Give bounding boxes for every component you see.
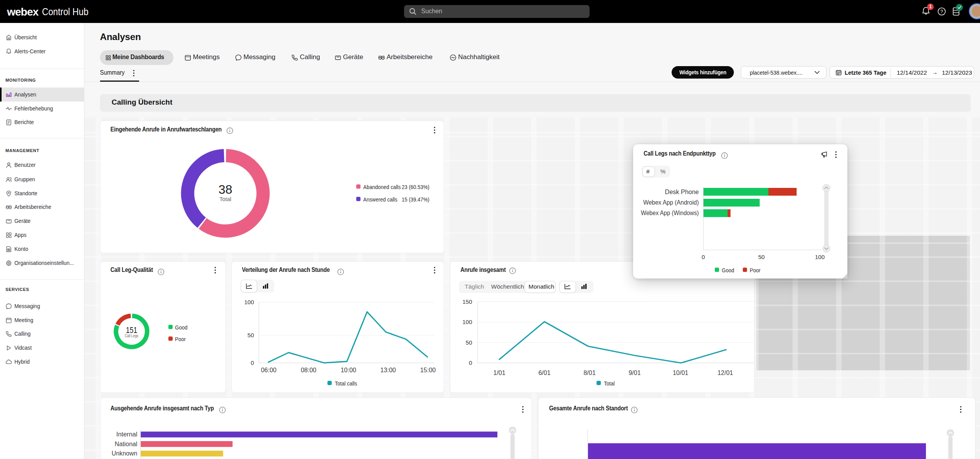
svg-text:50: 50 xyxy=(247,332,254,338)
svg-text:12/01: 12/01 xyxy=(718,370,733,376)
svg-text:100: 100 xyxy=(815,254,824,260)
svg-text:8/01: 8/01 xyxy=(583,370,595,376)
svg-text:15:00: 15:00 xyxy=(420,367,436,373)
svg-text:National: National xyxy=(115,441,137,447)
svg-text:Call Legs: Call Legs xyxy=(125,334,138,338)
svg-text:0: 0 xyxy=(251,359,254,366)
svg-text:0: 0 xyxy=(702,254,705,260)
svg-text:Desk Phone: Desk Phone xyxy=(665,189,699,195)
svg-text:10/01: 10/01 xyxy=(673,370,688,376)
svg-text:?: ? xyxy=(940,9,943,14)
svg-text:Total: Total xyxy=(219,196,231,202)
svg-text:150: 150 xyxy=(462,298,472,305)
svg-text:9/01: 9/01 xyxy=(628,370,640,376)
svg-text:Webex App (Android): Webex App (Android) xyxy=(643,199,699,206)
svg-text:151: 151 xyxy=(126,326,137,335)
svg-text:50: 50 xyxy=(758,254,765,260)
svg-text:08:00: 08:00 xyxy=(301,367,316,373)
svg-text:50: 50 xyxy=(466,339,472,346)
svg-text:Unknown: Unknown xyxy=(112,450,137,457)
svg-text:6/01: 6/01 xyxy=(538,370,550,376)
svg-text:100: 100 xyxy=(462,319,472,325)
svg-text:100: 100 xyxy=(244,299,254,305)
svg-text:0: 0 xyxy=(469,359,472,366)
svg-text:1/01: 1/01 xyxy=(493,370,505,376)
svg-text:10:00: 10:00 xyxy=(341,367,356,373)
svg-text:06:00: 06:00 xyxy=(261,367,276,373)
svg-text:38: 38 xyxy=(219,182,233,196)
svg-text:Internal: Internal xyxy=(116,431,137,438)
svg-text:Webex App (Windows): Webex App (Windows) xyxy=(641,210,699,216)
svg-text:13:00: 13:00 xyxy=(380,367,396,373)
